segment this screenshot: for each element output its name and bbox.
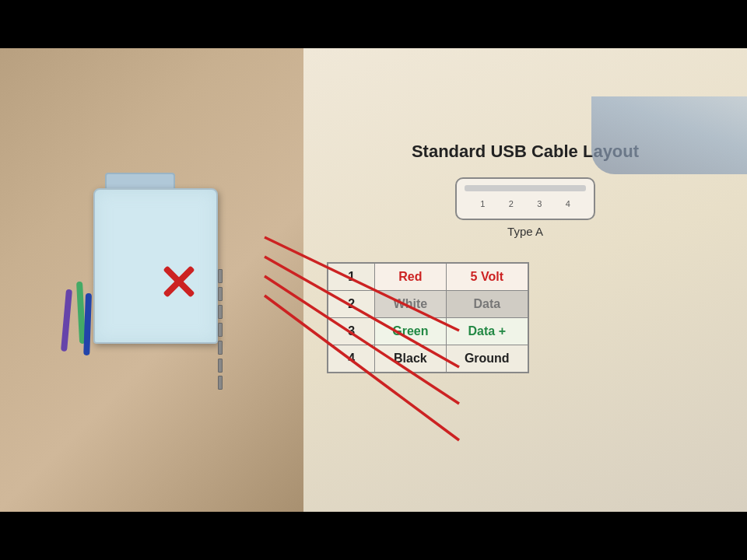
usb-type-label: Type A: [507, 225, 543, 238]
connector-pin-1: [218, 269, 223, 283]
pin-table: 1 Red 5 Volt 2 White Data 3 Green Data +…: [327, 262, 529, 373]
info-panel: Standard USB Cable Layout 1 2 3 4 Type A…: [303, 48, 747, 512]
table-row: 3 Green Data +: [328, 318, 528, 345]
pin-color-2: White: [375, 291, 446, 318]
table-row: 2 White Data: [328, 291, 528, 318]
table-row: 4 Black Ground: [328, 345, 528, 373]
connector-pin-7: [218, 376, 223, 390]
top-letterbox-bar: [0, 0, 747, 48]
connector-pin-3: [218, 305, 223, 319]
wire-blue: [83, 293, 92, 355]
photo-panel: [0, 48, 303, 512]
main-content: Standard USB Cable Layout 1 2 3 4 Type A…: [0, 48, 747, 512]
pin-num-4: 4: [328, 345, 375, 373]
pin-num-1: 1: [328, 263, 375, 291]
pin-color-4: Black: [375, 345, 446, 373]
pin-num-2: 2: [328, 291, 375, 318]
pin-function-1: 5 Volt: [446, 263, 528, 291]
connector-pin-5: [218, 341, 223, 355]
connector-pin-2: [218, 287, 223, 301]
pin-function-4: Ground: [446, 345, 528, 373]
connector-pin-6: [218, 359, 223, 373]
cable-photo-decoration: [591, 96, 747, 174]
table-row: 1 Red 5 Volt: [328, 263, 528, 291]
pin-function-3: Data +: [446, 318, 528, 345]
pin-function-2: Data: [446, 291, 528, 318]
usb-pin-1-label: 1: [480, 199, 485, 208]
usb-pin-3-label: 3: [537, 199, 542, 208]
pin-color-3: Green: [375, 318, 446, 345]
bottom-letterbox-bar: [0, 512, 747, 560]
pin-num-3: 3: [328, 318, 375, 345]
usb-connector-photo: [62, 142, 233, 390]
usb-pin-4-label: 4: [566, 199, 570, 208]
pin-color-1: Red: [375, 263, 446, 291]
usb-shape: 1 2 3 4: [455, 177, 595, 220]
x-mark-indicator: [156, 258, 202, 305]
screen: Standard USB Cable Layout 1 2 3 4 Type A…: [0, 0, 747, 560]
connector-pin-4: [218, 323, 223, 337]
usb-pin-2-label: 2: [509, 199, 514, 208]
wire-purple: [61, 289, 72, 352]
usb-diagram: 1 2 3 4 Type A: [327, 177, 724, 250]
connector-pins: [209, 268, 232, 392]
connector-wires: [62, 282, 101, 375]
